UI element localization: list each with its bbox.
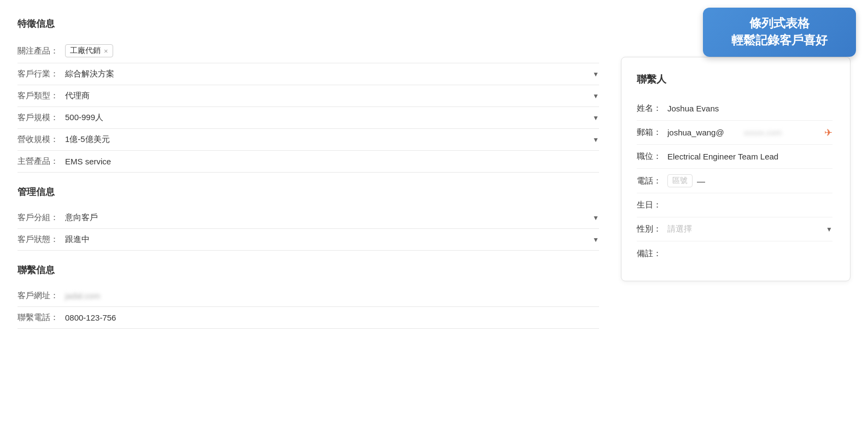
phone-area-placeholder[interactable]: 區號 <box>667 174 693 187</box>
contact-gender-select[interactable]: 請選擇 ▼ <box>667 224 832 234</box>
customer-industry-value: 綜合解決方案 <box>65 69 588 79</box>
customer-type-value: 代理商 <box>65 91 588 101</box>
contact-card-title: 聯繫人 <box>637 73 832 86</box>
contact-phone-row: 電話： 區號 — <box>637 169 832 193</box>
contact-email-visible: joshua_wang@ <box>667 128 744 137</box>
customer-scale-value: 500-999人 <box>65 113 588 123</box>
customer-industry-chevron: ▼ <box>593 70 599 78</box>
promo-line1: 條列式表格 <box>715 15 844 32</box>
customer-status-chevron: ▼ <box>593 236 599 244</box>
customer-scale-select[interactable]: 500-999人 ▼ <box>65 113 599 123</box>
main-product-value: EMS service <box>65 157 599 166</box>
gender-chevron-icon: ▼ <box>826 226 832 233</box>
revenue-scale-select[interactable]: 1億-5億美元 ▼ <box>65 134 599 145</box>
section-features: 特徵信息 關注產品： 工廠代銷 × 客戶行業： 綜合解決方案 ▼ <box>17 17 599 173</box>
focus-product-tag[interactable]: 工廠代銷 × <box>65 44 113 57</box>
customer-status-select[interactable]: 跟進中 ▼ <box>65 234 599 245</box>
customer-type-row: 客戶類型： 代理商 ▼ <box>17 85 599 107</box>
section-management: 管理信息 客戶分組： 意向客戶 ▼ 客戶狀態： 跟進中 ▼ <box>17 186 599 251</box>
promo-line2: 輕鬆記錄客戶喜好 <box>715 32 844 49</box>
revenue-scale-value: 1億-5億美元 <box>65 134 588 145</box>
tag-close-icon[interactable]: × <box>104 47 108 55</box>
contact-email-hidden: xxxxx.com <box>744 128 820 137</box>
customer-group-select[interactable]: 意向客戶 ▼ <box>65 212 599 223</box>
section-contact-info: 聯繫信息 客戶網址： jadal.com 聯繫電話： 0800-123-756 <box>17 264 599 329</box>
customer-status-label: 客戶狀態： <box>17 234 65 245</box>
customer-status-value: 跟進中 <box>65 234 588 245</box>
contact-card: 聯繫人 姓名： Joshua Evans 郵箱： joshua_wang@xxx… <box>621 57 851 281</box>
customer-group-row: 客戶分組： 意向客戶 ▼ <box>17 207 599 229</box>
main-product-row: 主營產品： EMS service <box>17 151 599 173</box>
customer-group-value: 意向客戶 <box>65 212 588 223</box>
focus-product-label: 關注產品： <box>17 46 65 56</box>
contact-name-row: 姓名： Joshua Evans <box>637 97 832 121</box>
customer-industry-label: 客戶行業： <box>17 69 65 79</box>
contact-name-value: Joshua Evans <box>667 104 832 113</box>
contact-position-label: 職位： <box>637 151 667 162</box>
customer-type-label: 客戶類型： <box>17 91 65 101</box>
focus-product-row: 關注產品： 工廠代銷 × <box>17 39 599 63</box>
contact-position-value: Electrical Engineer Team Lead <box>667 152 832 161</box>
contact-gender-label: 性別： <box>637 224 667 234</box>
website-value: jadal.com <box>65 291 599 300</box>
contact-birthday-row: 生日： <box>637 193 832 217</box>
customer-industry-select[interactable]: 綜合解決方案 ▼ <box>65 69 599 79</box>
revenue-scale-chevron: ▼ <box>593 136 599 144</box>
contact-phone-row: 聯繫電話： 0800-123-756 <box>17 307 599 329</box>
contact-notes-row: 備註： <box>637 241 832 265</box>
email-send-icon[interactable]: ✈ <box>824 127 832 139</box>
customer-industry-row: 客戶行業： 綜合解決方案 ▼ <box>17 63 599 85</box>
promo-banner: 條列式表格 輕鬆記錄客戶喜好 <box>703 8 856 57</box>
phone-dash: — <box>697 176 705 186</box>
customer-group-label: 客戶分組： <box>17 212 65 223</box>
revenue-scale-row: 營收規模： 1億-5億美元 ▼ <box>17 129 599 151</box>
contact-email-field: joshua_wang@xxxxx.com ✈ <box>667 127 832 139</box>
customer-group-chevron: ▼ <box>593 214 599 222</box>
main-product-label: 主營產品： <box>17 156 65 167</box>
contact-birthday-label: 生日： <box>637 200 667 210</box>
tag-text: 工廠代銷 <box>70 46 101 56</box>
section-features-title: 特徵信息 <box>17 17 599 30</box>
contact-gender-row: 性別： 請選擇 ▼ <box>637 217 832 241</box>
left-panel: 特徵信息 關注產品： 工廠代銷 × 客戶行業： 綜合解決方案 ▼ <box>17 13 599 342</box>
customer-type-chevron: ▼ <box>593 92 599 100</box>
contact-gender-placeholder: 請選擇 <box>667 224 822 234</box>
website-label: 客戶網址： <box>17 291 65 301</box>
customer-type-select[interactable]: 代理商 ▼ <box>65 91 599 101</box>
revenue-scale-label: 營收規模： <box>17 134 65 145</box>
right-panel: 條列式表格 輕鬆記錄客戶喜好 聯繫人 姓名： Joshua Evans 郵箱： … <box>621 13 851 281</box>
website-row: 客戶網址： jadal.com <box>17 285 599 307</box>
contact-email-row: 郵箱： joshua_wang@xxxxx.com ✈ <box>637 121 832 145</box>
customer-status-row: 客戶狀態： 跟進中 ▼ <box>17 229 599 251</box>
section-management-title: 管理信息 <box>17 186 599 198</box>
contact-phone-value: 0800-123-756 <box>65 313 599 322</box>
contact-phone-field: 區號 — <box>667 174 705 187</box>
focus-product-value: 工廠代銷 × <box>65 44 599 57</box>
contact-email-label: 郵箱： <box>637 127 667 138</box>
contact-phone-label: 電話： <box>637 176 667 186</box>
customer-scale-chevron: ▼ <box>593 114 599 122</box>
section-contact-info-title: 聯繫信息 <box>17 264 599 276</box>
contact-name-label: 姓名： <box>637 103 667 114</box>
contact-phone-label: 聯繫電話： <box>17 312 65 323</box>
contact-position-row: 職位： Electrical Engineer Team Lead <box>637 145 832 169</box>
customer-scale-label: 客戶規模： <box>17 113 65 123</box>
contact-notes-label: 備註： <box>637 248 667 259</box>
page-layout: 特徵信息 關注產品： 工廠代銷 × 客戶行業： 綜合解決方案 ▼ <box>17 13 851 342</box>
customer-scale-row: 客戶規模： 500-999人 ▼ <box>17 107 599 129</box>
